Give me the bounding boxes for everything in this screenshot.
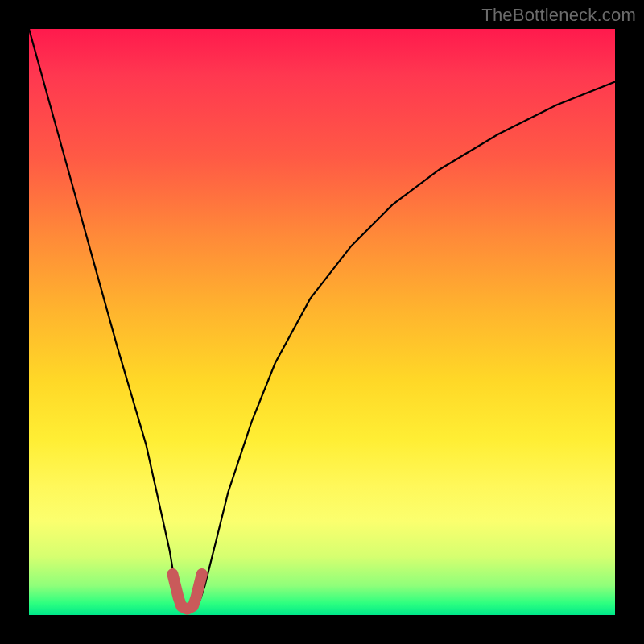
optimal-marker-path bbox=[172, 574, 201, 609]
chart-svg bbox=[29, 29, 615, 615]
outer-frame: TheBottleneck.com bbox=[0, 0, 644, 644]
chart-plot-area bbox=[29, 29, 615, 615]
watermark-text: TheBottleneck.com bbox=[481, 5, 636, 26]
bottleneck-curve-path bbox=[29, 29, 615, 609]
